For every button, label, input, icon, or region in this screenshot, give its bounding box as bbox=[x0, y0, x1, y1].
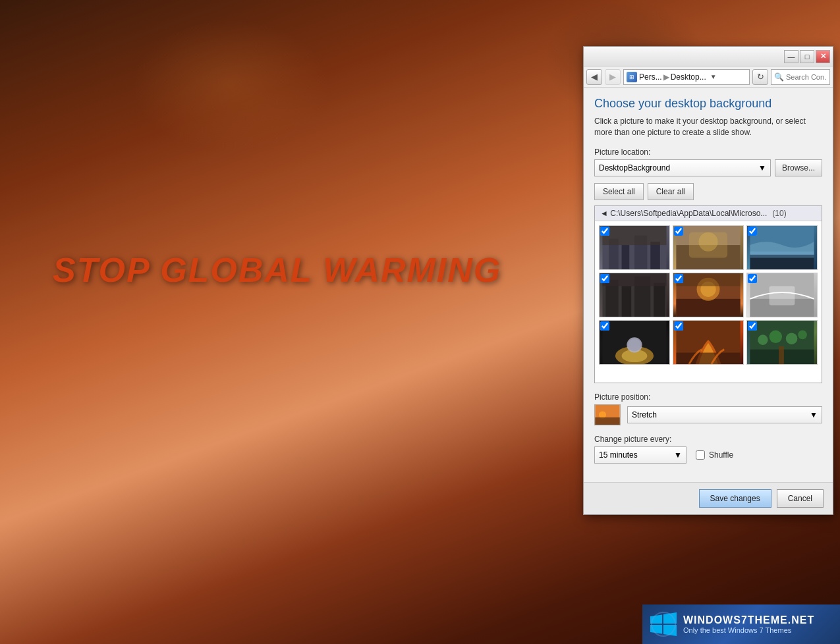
image-grid-container[interactable]: ◄ C:\Users\Softpedia\AppData\Local\Micro… bbox=[594, 205, 822, 383]
image-checkbox-4[interactable] bbox=[600, 274, 609, 283]
address-icon: ⊞ bbox=[627, 72, 637, 82]
image-thumbnail-2 bbox=[673, 225, 744, 270]
list-item[interactable] bbox=[673, 320, 744, 365]
address-dropdown-arrow[interactable]: ▼ bbox=[708, 70, 719, 84]
list-item[interactable] bbox=[746, 273, 818, 317]
desktop-warning-text: STOP GLOBAL WARMING bbox=[53, 250, 501, 290]
svg-rect-19 bbox=[654, 282, 665, 316]
change-interval-section: Change picture every: 15 minutes ▼ Shuff… bbox=[594, 435, 822, 464]
picture-location-label: Picture location: bbox=[594, 148, 822, 157]
forward-button[interactable]: ▶ bbox=[605, 69, 621, 85]
image-thumbnail-8 bbox=[673, 320, 744, 365]
list-item[interactable] bbox=[673, 225, 744, 270]
refresh-button[interactable]: ↻ bbox=[752, 69, 768, 85]
shuffle-checkbox[interactable] bbox=[696, 450, 705, 460]
image-checkbox-1[interactable] bbox=[600, 227, 609, 236]
breadcrumb-text: Pers... ▶ Desktop... bbox=[639, 72, 706, 82]
interval-row: 15 minutes ▼ Shuffle bbox=[594, 446, 822, 464]
svg-point-33 bbox=[628, 338, 640, 351]
dialog-footer: Save changes Cancel bbox=[584, 482, 833, 514]
cancel-button[interactable]: Cancel bbox=[777, 489, 824, 508]
location-dropdown[interactable]: DesktopBackground ▼ bbox=[594, 159, 771, 176]
position-preview bbox=[594, 404, 621, 425]
svg-rect-3 bbox=[622, 245, 630, 269]
image-thumbnail-6 bbox=[746, 273, 818, 317]
svg-point-10 bbox=[698, 232, 717, 251]
grid-path: ◄ C:\Users\Softpedia\AppData\Local\Micro… bbox=[600, 209, 767, 218]
forward-icon: ▶ bbox=[609, 72, 616, 82]
picture-location-row: DesktopBackground ▼ Browse... bbox=[594, 159, 822, 176]
tagline: Only the best Windows 7 Themes bbox=[683, 626, 814, 634]
refresh-icon: ↻ bbox=[757, 72, 764, 82]
svg-rect-45 bbox=[595, 417, 620, 424]
list-item[interactable] bbox=[746, 225, 818, 270]
picture-position-row: Stretch ▼ bbox=[594, 404, 822, 425]
search-icon: 🔍 bbox=[774, 72, 784, 82]
list-item[interactable] bbox=[746, 320, 818, 365]
picture-position-label: Picture position: bbox=[594, 392, 822, 402]
save-changes-button[interactable]: Save changes bbox=[699, 489, 771, 508]
list-item[interactable] bbox=[673, 273, 744, 317]
list-item[interactable] bbox=[599, 225, 670, 270]
image-thumbnail-5 bbox=[673, 273, 744, 317]
dialog-content: Choose your desktop background Click a p… bbox=[584, 88, 833, 482]
image-checkbox-9[interactable] bbox=[748, 321, 757, 331]
svg-rect-5 bbox=[650, 242, 660, 269]
shuffle-row: Shuffle bbox=[696, 450, 733, 460]
list-item[interactable] bbox=[599, 273, 670, 317]
grid-header: ◄ C:\Users\Softpedia\AppData\Local\Micro… bbox=[595, 206, 822, 221]
image-checkbox-8[interactable] bbox=[674, 321, 683, 331]
selection-row: Select all Clear all bbox=[594, 183, 822, 200]
select-all-button[interactable]: Select all bbox=[594, 183, 644, 200]
image-thumbnail-7 bbox=[599, 320, 670, 365]
svg-rect-28 bbox=[770, 286, 795, 305]
image-thumbnail-1 bbox=[599, 225, 670, 270]
interval-dropdown[interactable]: 15 minutes ▼ bbox=[594, 446, 686, 464]
desktop-background-dialog: — □ ✕ ◀ ▶ ⊞ Pers... ▶ Desktop... ▼ ↻ � bbox=[583, 46, 833, 515]
svg-rect-22 bbox=[676, 298, 740, 316]
svg-rect-42 bbox=[779, 346, 784, 363]
svg-point-41 bbox=[798, 330, 807, 339]
title-bar-buttons: — □ ✕ bbox=[784, 50, 830, 63]
svg-point-39 bbox=[770, 330, 782, 342]
back-icon: ◀ bbox=[591, 72, 598, 82]
position-dropdown[interactable]: Stretch ▼ bbox=[627, 406, 822, 423]
close-button[interactable]: ✕ bbox=[816, 50, 830, 63]
grid-path-count: (10) bbox=[772, 209, 786, 218]
svg-rect-35 bbox=[676, 352, 740, 363]
interval-dropdown-arrow: ▼ bbox=[674, 450, 682, 460]
svg-rect-25 bbox=[676, 273, 740, 286]
search-input[interactable] bbox=[786, 73, 827, 81]
image-checkbox-5[interactable] bbox=[674, 274, 683, 283]
list-item[interactable] bbox=[599, 320, 670, 365]
image-thumbnail-9 bbox=[746, 320, 818, 365]
image-checkbox-2[interactable] bbox=[674, 227, 683, 236]
image-checkbox-7[interactable] bbox=[600, 321, 609, 331]
address-field: ⊞ Pers... ▶ Desktop... ▼ bbox=[623, 69, 750, 85]
search-box[interactable]: 🔍 bbox=[771, 69, 830, 85]
svg-point-38 bbox=[758, 335, 768, 345]
location-dropdown-arrow: ▼ bbox=[758, 163, 766, 173]
shuffle-label: Shuffle bbox=[709, 450, 733, 460]
interval-value: 15 minutes bbox=[599, 450, 638, 460]
dialog-description: Click a picture to make it your desktop … bbox=[594, 116, 822, 138]
title-bar: — □ ✕ bbox=[584, 47, 833, 67]
clear-all-button[interactable]: Clear all bbox=[648, 183, 694, 200]
image-thumbnail-4 bbox=[599, 273, 670, 317]
back-button[interactable]: ◀ bbox=[586, 69, 602, 85]
svg-rect-6 bbox=[602, 226, 666, 245]
svg-rect-17 bbox=[622, 286, 632, 317]
branding-text-block: WINDOWS7THEME.NET Only the best Windows … bbox=[683, 614, 814, 634]
image-grid bbox=[595, 221, 822, 369]
svg-point-40 bbox=[786, 333, 797, 344]
minimize-button[interactable]: — bbox=[784, 50, 798, 63]
maximize-button[interactable]: □ bbox=[800, 50, 814, 63]
windows-logo-icon bbox=[650, 611, 677, 637]
image-checkbox-6[interactable] bbox=[748, 274, 757, 283]
svg-rect-20 bbox=[602, 273, 666, 286]
position-value: Stretch bbox=[632, 410, 657, 419]
browse-button[interactable]: Browse... bbox=[775, 159, 822, 176]
image-checkbox-3[interactable] bbox=[748, 227, 757, 236]
image-thumbnail-3 bbox=[746, 225, 818, 270]
dialog-title: Choose your desktop background bbox=[594, 97, 822, 111]
